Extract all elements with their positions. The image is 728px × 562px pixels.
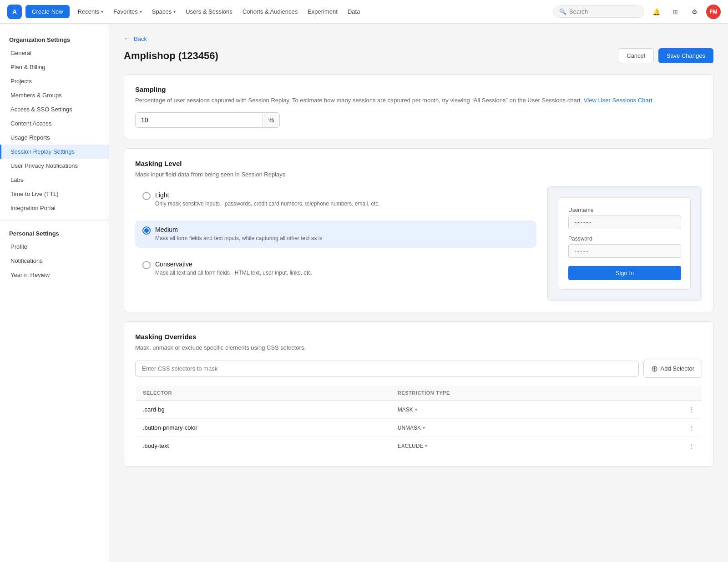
sidebar-item-profile[interactable]: Profile	[0, 240, 109, 254]
sidebar-item-members-groups[interactable]: Members & Groups	[0, 88, 109, 102]
option-light-desc: Only mask sensitive inputs - passwords, …	[155, 200, 380, 208]
overrides-desc: Mask, unmask or exclude specific element…	[135, 343, 702, 352]
row-menu-button[interactable]: ⋮	[645, 437, 702, 455]
sidebar-item-plan-billing[interactable]: Plan & Billing	[0, 60, 109, 74]
org-section-title: Organization Settings	[0, 33, 109, 46]
settings-icon[interactable]: ⚙	[687, 5, 702, 19]
back-link[interactable]: ← Back	[124, 35, 713, 43]
page-header: Amplishop (123456) Cancel Save Changes	[124, 48, 713, 63]
option-medium-text: Medium Mask all form fields and text inp…	[155, 226, 323, 242]
chevron-icon: ▾	[101, 9, 103, 14]
save-button[interactable]: Save Changes	[658, 48, 713, 63]
col-header-restriction: RESTRICTION TYPE	[390, 385, 645, 400]
preview-username-field: Username ············	[568, 207, 681, 229]
row-menu-button[interactable]: ⋮	[645, 418, 702, 437]
chevron-down-icon: ▾	[425, 443, 427, 448]
nav-item-cohorts[interactable]: Cohorts & Audiences	[238, 5, 302, 18]
page-title: Amplishop (123456)	[124, 50, 218, 62]
preview-signin-button: Sign In	[568, 266, 681, 280]
radio-light[interactable]	[142, 192, 151, 200]
preview-username-label: Username	[568, 207, 681, 213]
masking-option-conservative[interactable]: Conservative Mask all text and all form …	[135, 255, 536, 282]
table-row: .card-bg MASK ▾ ⋮	[136, 400, 702, 418]
preview-password-field: Password ··········	[568, 236, 681, 258]
css-selector-input[interactable]	[135, 361, 639, 376]
sidebar-item-year-in-review[interactable]: Year in Review	[0, 268, 109, 282]
sidebar-item-content-access[interactable]: Content Access	[0, 116, 109, 130]
option-medium-desc: Mask all form fields and text inputs, wh…	[155, 235, 323, 242]
view-sessions-link[interactable]: View User Sessions Chart	[584, 97, 652, 104]
restriction-dropdown[interactable]: UNMASK ▾	[398, 425, 425, 431]
nav-item-spaces[interactable]: Spaces ▾	[147, 5, 180, 18]
avatar[interactable]: FM	[706, 5, 721, 19]
sidebar: Organization Settings General Plan & Bil…	[0, 24, 109, 562]
preview-inner: Username ············ Password ·········…	[559, 197, 691, 290]
sidebar-item-usage-reports[interactable]: Usage Reports	[0, 130, 109, 145]
override-input-row: ⊕ Add Selector	[135, 360, 702, 378]
sampling-desc: Percentage of user sessions captured wit…	[135, 96, 702, 105]
nav-items: Recents ▾ Favorites ▾ Spaces ▾ Users & S…	[73, 5, 550, 18]
sidebar-item-session-replay[interactable]: Session Replay Settings	[0, 145, 109, 159]
top-nav: A Create New Recents ▾ Favorites ▾ Space…	[0, 0, 728, 24]
col-header-actions	[645, 385, 702, 400]
option-light-text: Light Only mask sensitive inputs - passw…	[155, 191, 380, 208]
search-box[interactable]: 🔍	[553, 5, 644, 18]
nav-item-data[interactable]: Data	[343, 5, 364, 18]
sidebar-item-labs[interactable]: Labs	[0, 173, 109, 187]
grid-icon[interactable]: ⊞	[668, 5, 682, 19]
nav-item-experiment[interactable]: Experiment	[303, 5, 342, 18]
masking-option-medium[interactable]: Medium Mask all form fields and text inp…	[135, 221, 536, 248]
search-input[interactable]	[569, 8, 638, 15]
chevron-down-icon: ▾	[423, 425, 425, 430]
sidebar-item-projects[interactable]: Projects	[0, 74, 109, 88]
sidebar-item-notifications[interactable]: Notifications	[0, 254, 109, 268]
add-selector-label: Add Selector	[661, 365, 694, 372]
sampling-unit: %	[263, 112, 280, 128]
sidebar-divider	[0, 221, 109, 221]
masking-desc: Mask input field data from being seen in…	[135, 170, 702, 179]
sidebar-item-integration-portal[interactable]: Integration Portal	[0, 201, 109, 215]
chevron-icon: ▾	[140, 9, 142, 14]
notifications-icon[interactable]: 🔔	[649, 5, 663, 19]
nav-item-favorites[interactable]: Favorites ▾	[109, 5, 146, 18]
cell-restriction: MASK ▾	[390, 400, 645, 418]
sampling-card: Sampling Percentage of user sessions cap…	[124, 74, 713, 139]
sampling-input[interactable]	[135, 112, 263, 128]
nav-item-users-sessions[interactable]: Users & Sessions	[181, 5, 237, 18]
sidebar-item-access-sso[interactable]: Access & SSO Settings	[0, 102, 109, 116]
masking-option-light[interactable]: Light Only mask sensitive inputs - passw…	[135, 186, 536, 213]
col-header-selector: SELECTOR	[136, 385, 390, 400]
sidebar-item-ttl[interactable]: Time to Live (TTL)	[0, 187, 109, 201]
preview-password-label: Password	[568, 236, 681, 242]
sidebar-item-general[interactable]: General	[0, 46, 109, 60]
cell-selector: .button-primary-color	[136, 418, 390, 437]
overrides-table: SELECTOR RESTRICTION TYPE .card-bg MASK …	[135, 385, 702, 455]
radio-conservative[interactable]	[142, 261, 151, 269]
back-arrow-icon: ←	[124, 35, 131, 43]
add-selector-button[interactable]: ⊕ Add Selector	[643, 360, 702, 378]
back-text: Back	[134, 35, 147, 42]
restriction-dropdown[interactable]: MASK ▾	[398, 406, 417, 413]
overrides-title: Masking Overrides	[135, 333, 702, 341]
nav-item-recents[interactable]: Recents ▾	[73, 5, 108, 18]
option-conservative-text: Conservative Mask all text and all form …	[155, 261, 313, 277]
option-medium-title: Medium	[155, 226, 323, 233]
cancel-button[interactable]: Cancel	[618, 48, 653, 63]
sidebar-item-user-privacy[interactable]: User Privacy Notifications	[0, 159, 109, 173]
radio-medium[interactable]	[142, 226, 151, 235]
chevron-down-icon: ▾	[415, 407, 417, 412]
preview-username-input: ············	[568, 216, 681, 229]
option-conservative-desc: Mask all text and all form fields - HTML…	[155, 269, 313, 277]
main-content: ← Back Amplishop (123456) Cancel Save Ch…	[109, 24, 728, 562]
masking-card: Masking Level Mask input field data from…	[124, 148, 713, 313]
cell-selector: .card-bg	[136, 400, 390, 418]
app-logo[interactable]: A	[7, 5, 22, 19]
masking-options: Light Only mask sensitive inputs - passw…	[135, 186, 536, 301]
cell-selector: .body-text	[136, 437, 390, 455]
row-menu-button[interactable]: ⋮	[645, 400, 702, 418]
create-new-button[interactable]: Create New	[25, 5, 70, 18]
preview-password-input: ··········	[568, 244, 681, 258]
restriction-dropdown[interactable]: EXCLUDE ▾	[398, 443, 428, 449]
cell-restriction: UNMASK ▾	[390, 418, 645, 437]
table-row: .button-primary-color UNMASK ▾ ⋮	[136, 418, 702, 437]
